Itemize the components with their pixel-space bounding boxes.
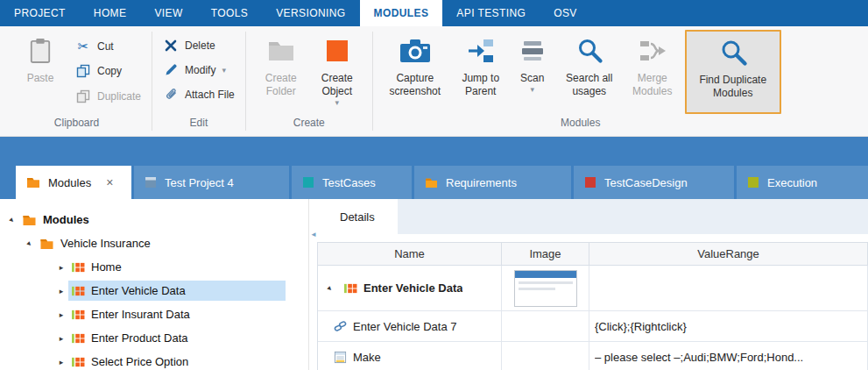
- tab-execution[interactable]: Execution: [737, 166, 868, 199]
- module-icon: [343, 282, 357, 295]
- expand-arrow-icon[interactable]: ▸: [322, 280, 338, 295]
- menu-view[interactable]: VIEW: [140, 0, 196, 26]
- expand-arrow-icon[interactable]: ▸: [4, 211, 20, 227]
- create-object-button[interactable]: Create Object ▾: [309, 30, 365, 114]
- tab-modules[interactable]: Modules ×: [16, 166, 131, 199]
- modules-tree: ▸ Modules ▸ Vehicle Insurance: [0, 199, 308, 370]
- collapse-panel-icon[interactable]: ◄: [310, 231, 317, 238]
- delete-button[interactable]: Delete: [159, 38, 238, 53]
- menu-versioning[interactable]: VERSIONING: [262, 0, 359, 26]
- scan-button[interactable]: Scan ▾: [512, 30, 554, 114]
- workspace-band: Modules × Test Project 4 TestCases Requ: [0, 137, 868, 199]
- module-icon: [71, 332, 85, 345]
- tree-label: Enter Vehicle Data: [91, 284, 186, 297]
- main-content: ▸ Modules ▸ Vehicle Insurance: [0, 199, 868, 370]
- row-valuerange: – please select –;Audi;BMW;Ford;Hond...: [595, 351, 803, 364]
- tab-testcases[interactable]: TestCases: [292, 166, 412, 199]
- modules-group-label: Modules: [373, 114, 788, 135]
- tree-item-enter-product-data[interactable]: ▸ Enter Product Data: [0, 326, 308, 350]
- tree-label: Home: [91, 260, 122, 274]
- tab-details[interactable]: Details: [317, 199, 398, 234]
- create-object-icon: [324, 33, 350, 68]
- menu-osv[interactable]: OSV: [540, 0, 591, 26]
- tab-label: TestCaseDesign: [604, 176, 688, 189]
- tree-item-home[interactable]: ▸ Home: [0, 255, 308, 279]
- ribbon-group-edit: Delete Modify ▾ Attach File: [152, 26, 245, 136]
- tab-test-project-4[interactable]: Test Project 4: [134, 166, 289, 199]
- menu-api-testing[interactable]: API TESTING: [442, 0, 540, 26]
- module-icon: [71, 285, 85, 297]
- folder-icon: [39, 238, 54, 250]
- table-row[interactable]: ▸ Enter Vehicle Data: [318, 266, 868, 311]
- image-cell: [502, 266, 589, 311]
- paste-icon: [29, 33, 52, 68]
- create-object-label: Create Object: [309, 72, 365, 98]
- scan-icon: [519, 33, 546, 68]
- menu-tools[interactable]: TOOLS: [197, 0, 262, 26]
- column-header-valuerange[interactable]: ValueRange: [589, 243, 868, 266]
- modify-button[interactable]: Modify ▾: [159, 61, 238, 78]
- expand-arrow-icon[interactable]: ▸: [54, 263, 68, 272]
- tree-item-enter-insurant-data[interactable]: ▸ Enter Insurant Data: [0, 302, 308, 326]
- jump-to-parent-button[interactable]: Jump to Parent: [455, 30, 506, 114]
- panel-splitter[interactable]: ◄: [308, 199, 317, 370]
- details-panel: Details Name Image ValueRange ▸ Enter Ve…: [317, 199, 868, 370]
- name-cell: Enter Vehicle Data 7: [318, 311, 502, 342]
- close-icon[interactable]: ×: [106, 175, 113, 189]
- testcasedesign-icon: [584, 176, 596, 189]
- tree-item-modules-root[interactable]: ▸ Modules: [0, 208, 308, 231]
- chevron-down-icon: ▾: [335, 98, 339, 108]
- cut-button[interactable]: ✂ Cut: [72, 38, 145, 54]
- column-header-image[interactable]: Image: [502, 243, 589, 266]
- expand-arrow-icon[interactable]: ▸: [54, 310, 68, 319]
- module-attributes-table: Name Image ValueRange ▸ Enter Vehicle Da…: [317, 242, 868, 370]
- expand-arrow-icon[interactable]: ▸: [54, 334, 68, 343]
- menu-project[interactable]: PROJECT: [0, 0, 80, 26]
- attach-file-button[interactable]: Attach File: [159, 86, 238, 103]
- tree-label: Enter Insurant Data: [91, 308, 190, 321]
- chevron-down-icon: ▾: [222, 66, 226, 75]
- module-screenshot-thumbnail: [514, 270, 577, 307]
- expand-arrow-icon[interactable]: ▸: [22, 235, 38, 251]
- table-row[interactable]: Make – please select –;Audi;BMW;Ford;Hon…: [318, 342, 868, 370]
- create-folder-icon: [267, 33, 295, 68]
- tab-requirements[interactable]: Requirements: [414, 166, 571, 199]
- tree-item-select-price-option[interactable]: ▸ Select Price Option: [0, 350, 308, 370]
- tab-testcasedesign[interactable]: TestCaseDesign: [574, 166, 734, 199]
- copy-icon: [75, 64, 91, 78]
- delete-icon: [163, 39, 179, 52]
- create-folder-button[interactable]: Create Folder: [253, 30, 309, 114]
- document-tabs: Modules × Test Project 4 TestCases Requ: [0, 166, 868, 199]
- menu-home[interactable]: HOME: [80, 0, 141, 26]
- image-cell: [502, 342, 589, 370]
- expand-arrow-icon[interactable]: ▸: [54, 358, 68, 366]
- find-duplicate-modules-button[interactable]: Find Duplicate Modules: [685, 30, 781, 114]
- module-icon: [71, 261, 85, 274]
- module-icon: [71, 309, 85, 321]
- row-name: Make: [353, 351, 381, 364]
- expand-arrow-icon[interactable]: ▸: [54, 287, 68, 295]
- camera-icon: [399, 33, 431, 68]
- table-row[interactable]: Enter Vehicle Data 7 {Click};{Rightclick…: [318, 311, 868, 342]
- search-icon: [575, 33, 603, 68]
- paste-button[interactable]: Paste: [9, 30, 72, 114]
- tree-item-enter-vehicle-data[interactable]: ▸ Enter Vehicle Data: [0, 279, 308, 302]
- clipboard-group-label: Clipboard: [2, 114, 152, 135]
- merge-modules-button[interactable]: Merge Modules: [625, 30, 680, 114]
- menu-modules[interactable]: MODULES: [360, 0, 443, 26]
- valuerange-cell: [589, 266, 868, 311]
- name-cell: ▸ Enter Vehicle Data: [318, 266, 502, 311]
- merge-modules-label: Merge Modules: [625, 72, 680, 98]
- duplicate-icon: [75, 89, 91, 103]
- search-all-usages-button[interactable]: Search all usages: [559, 30, 620, 114]
- scan-label: Scan: [520, 72, 544, 85]
- tree-item-vehicle-insurance[interactable]: ▸ Vehicle Insurance: [0, 231, 308, 255]
- duplicate-button[interactable]: Duplicate: [72, 88, 145, 105]
- column-header-name[interactable]: Name: [318, 243, 502, 266]
- capture-screenshot-button[interactable]: Capture screenshot: [380, 30, 450, 114]
- copy-button[interactable]: Copy: [72, 62, 145, 80]
- details-tabstrip: Details: [317, 199, 868, 234]
- tab-label: Execution: [767, 176, 817, 189]
- jump-to-parent-label: Jump to Parent: [455, 72, 506, 98]
- edit-group-label: Edit: [152, 114, 245, 135]
